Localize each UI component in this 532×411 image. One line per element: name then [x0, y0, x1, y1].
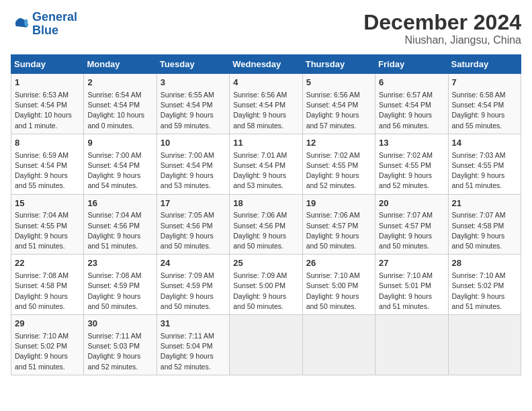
page-header: General Blue December 2024 Niushan, Jian… [11, 11, 521, 46]
calendar-cell: 19Sunrise: 7:06 AMSunset: 4:57 PMDayligh… [302, 194, 375, 255]
day-info: Sunrise: 7:00 AMSunset: 4:54 PMDaylight:… [161, 150, 226, 191]
day-number: 14 [452, 137, 517, 150]
logo: General Blue [11, 11, 77, 38]
calendar-cell: 1Sunrise: 6:53 AMSunset: 4:54 PMDaylight… [11, 74, 84, 134]
day-number: 15 [15, 197, 80, 210]
day-info: Sunrise: 7:10 AMSunset: 5:01 PMDaylight:… [379, 271, 444, 312]
day-info: Sunrise: 6:56 AMSunset: 4:54 PMDaylight:… [306, 90, 371, 131]
calendar-cell: 26Sunrise: 7:10 AMSunset: 5:00 PMDayligh… [302, 255, 375, 315]
day-number: 7 [452, 77, 517, 89]
day-number: 20 [379, 197, 444, 210]
calendar-cell [302, 315, 375, 375]
day-info: Sunrise: 7:11 AMSunset: 5:03 PMDaylight:… [87, 331, 152, 372]
day-info: Sunrise: 7:10 AMSunset: 5:00 PMDaylight:… [306, 271, 371, 312]
day-info: Sunrise: 7:08 AMSunset: 4:58 PMDaylight:… [15, 271, 80, 312]
day-info: Sunrise: 7:10 AMSunset: 5:02 PMDaylight:… [15, 331, 80, 372]
day-number: 30 [87, 318, 152, 330]
day-info: Sunrise: 6:57 AMSunset: 4:54 PMDaylight:… [379, 90, 444, 131]
calendar-cell [230, 315, 302, 375]
day-number: 5 [306, 77, 371, 89]
day-number: 12 [306, 137, 371, 150]
day-info: Sunrise: 6:53 AMSunset: 4:54 PMDaylight:… [15, 90, 80, 131]
calendar-cell: 15Sunrise: 7:04 AMSunset: 4:55 PMDayligh… [11, 194, 84, 255]
day-info: Sunrise: 7:07 AMSunset: 4:57 PMDaylight:… [379, 210, 444, 251]
calendar-cell: 27Sunrise: 7:10 AMSunset: 5:01 PMDayligh… [375, 255, 448, 315]
day-info: Sunrise: 7:02 AMSunset: 4:55 PMDaylight:… [306, 150, 371, 191]
day-number: 10 [161, 137, 226, 150]
calendar-cell: 31Sunrise: 7:11 AMSunset: 5:04 PMDayligh… [157, 315, 229, 375]
day-info: Sunrise: 7:07 AMSunset: 4:58 PMDaylight:… [452, 210, 517, 251]
calendar-cell: 16Sunrise: 7:04 AMSunset: 4:56 PMDayligh… [84, 194, 157, 255]
calendar-cell: 14Sunrise: 7:03 AMSunset: 4:55 PMDayligh… [448, 134, 521, 194]
day-number: 4 [233, 77, 298, 89]
calendar-week-row: 22Sunrise: 7:08 AMSunset: 4:58 PMDayligh… [11, 255, 521, 315]
day-info: Sunrise: 7:02 AMSunset: 4:55 PMDaylight:… [379, 150, 444, 191]
day-info: Sunrise: 7:09 AMSunset: 4:59 PMDaylight:… [161, 271, 226, 312]
header-friday: Friday [375, 55, 448, 74]
day-info: Sunrise: 7:06 AMSunset: 4:56 PMDaylight:… [233, 210, 298, 251]
day-info: Sunrise: 6:56 AMSunset: 4:54 PMDaylight:… [233, 90, 298, 131]
calendar-cell: 12Sunrise: 7:02 AMSunset: 4:55 PMDayligh… [302, 134, 375, 194]
header-tuesday: Tuesday [157, 55, 229, 74]
day-info: Sunrise: 7:05 AMSunset: 4:56 PMDaylight:… [161, 210, 226, 251]
day-info: Sunrise: 7:11 AMSunset: 5:04 PMDaylight:… [161, 331, 226, 372]
calendar-cell: 30Sunrise: 7:11 AMSunset: 5:03 PMDayligh… [84, 315, 157, 375]
day-info: Sunrise: 7:01 AMSunset: 4:54 PMDaylight:… [233, 150, 298, 191]
day-info: Sunrise: 7:08 AMSunset: 4:59 PMDaylight:… [87, 271, 152, 312]
header-monday: Monday [84, 55, 157, 74]
calendar-cell: 29Sunrise: 7:10 AMSunset: 5:02 PMDayligh… [11, 315, 84, 375]
day-number: 16 [87, 197, 152, 210]
calendar-header-row: SundayMondayTuesdayWednesdayThursdayFrid… [11, 55, 521, 74]
day-number: 13 [379, 137, 444, 150]
calendar-cell: 8Sunrise: 6:59 AMSunset: 4:54 PMDaylight… [11, 134, 84, 194]
calendar-cell: 9Sunrise: 7:00 AMSunset: 4:54 PMDaylight… [84, 134, 157, 194]
day-info: Sunrise: 7:04 AMSunset: 4:56 PMDaylight:… [87, 210, 152, 251]
day-number: 28 [452, 257, 517, 270]
calendar-cell: 24Sunrise: 7:09 AMSunset: 4:59 PMDayligh… [157, 255, 229, 315]
day-number: 23 [87, 257, 152, 270]
calendar-cell: 25Sunrise: 7:09 AMSunset: 5:00 PMDayligh… [230, 255, 302, 315]
day-info: Sunrise: 7:10 AMSunset: 5:02 PMDaylight:… [452, 271, 517, 312]
header-wednesday: Wednesday [230, 55, 302, 74]
calendar-table: SundayMondayTuesdayWednesdayThursdayFrid… [11, 54, 521, 375]
day-number: 21 [452, 197, 517, 210]
day-info: Sunrise: 7:06 AMSunset: 4:57 PMDaylight:… [306, 210, 371, 251]
day-info: Sunrise: 6:59 AMSunset: 4:54 PMDaylight:… [15, 150, 80, 191]
calendar-week-row: 8Sunrise: 6:59 AMSunset: 4:54 PMDaylight… [11, 134, 521, 194]
day-info: Sunrise: 6:54 AMSunset: 4:54 PMDaylight:… [87, 90, 152, 131]
day-number: 31 [161, 318, 226, 330]
day-number: 24 [161, 257, 226, 270]
day-number: 17 [161, 197, 226, 210]
calendar-cell: 7Sunrise: 6:58 AMSunset: 4:54 PMDaylight… [448, 74, 521, 134]
day-number: 2 [87, 77, 152, 89]
calendar-cell: 21Sunrise: 7:07 AMSunset: 4:58 PMDayligh… [448, 194, 521, 255]
calendar-cell: 28Sunrise: 7:10 AMSunset: 5:02 PMDayligh… [448, 255, 521, 315]
day-number: 1 [15, 77, 80, 89]
calendar-cell: 20Sunrise: 7:07 AMSunset: 4:57 PMDayligh… [375, 194, 448, 255]
calendar-subtitle: Niushan, Jiangsu, China [363, 34, 521, 46]
calendar-cell: 10Sunrise: 7:00 AMSunset: 4:54 PMDayligh… [157, 134, 229, 194]
header-saturday: Saturday [448, 55, 521, 74]
day-number: 27 [379, 257, 444, 270]
day-number: 19 [306, 197, 371, 210]
calendar-cell [448, 315, 521, 375]
day-number: 11 [233, 137, 298, 150]
calendar-cell: 11Sunrise: 7:01 AMSunset: 4:54 PMDayligh… [230, 134, 302, 194]
calendar-cell: 6Sunrise: 6:57 AMSunset: 4:54 PMDaylight… [375, 74, 448, 134]
logo-icon [11, 15, 30, 34]
day-number: 6 [379, 77, 444, 89]
day-number: 26 [306, 257, 371, 270]
day-number: 25 [233, 257, 298, 270]
day-number: 9 [87, 137, 152, 150]
calendar-cell: 22Sunrise: 7:08 AMSunset: 4:58 PMDayligh… [11, 255, 84, 315]
calendar-week-row: 1Sunrise: 6:53 AMSunset: 4:54 PMDaylight… [11, 74, 521, 134]
day-info: Sunrise: 7:09 AMSunset: 5:00 PMDaylight:… [233, 271, 298, 312]
day-info: Sunrise: 6:55 AMSunset: 4:54 PMDaylight:… [161, 90, 226, 131]
calendar-cell: 13Sunrise: 7:02 AMSunset: 4:55 PMDayligh… [375, 134, 448, 194]
day-number: 22 [15, 257, 80, 270]
calendar-cell: 23Sunrise: 7:08 AMSunset: 4:59 PMDayligh… [84, 255, 157, 315]
title-block: December 2024 Niushan, Jiangsu, China [363, 11, 521, 46]
calendar-cell: 5Sunrise: 6:56 AMSunset: 4:54 PMDaylight… [302, 74, 375, 134]
day-number: 8 [15, 137, 80, 150]
day-info: Sunrise: 7:00 AMSunset: 4:54 PMDaylight:… [87, 150, 152, 191]
